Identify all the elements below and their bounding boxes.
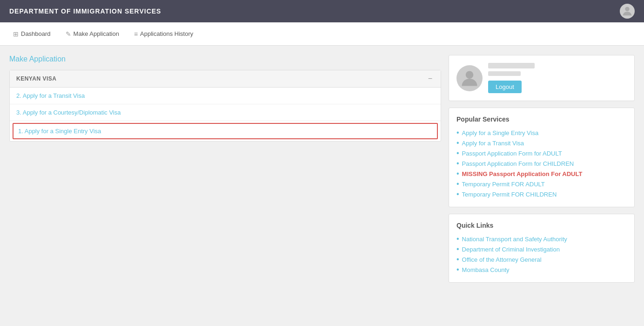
single-entry-visa-link[interactable]: 1. Apply for a Single Entry Visa [18,128,101,135]
popular-services-card: Popular Services Apply for a Single Entr… [449,108,635,207]
quick-links-title: Quick Links [456,222,627,229]
list-item-single-entry[interactable]: 1. Apply for a Single Entry Visa [13,123,438,139]
main-area: Make Application KENYAN VISA − 2. Apply … [9,55,441,142]
list-item: Temporary Permit FOR CHILDREN [456,189,627,199]
header: DEPARTMENT OF IMMIGRATION SERVICES [0,0,644,22]
list-item-transit[interactable]: 2. Apply for a Transit Visa [10,88,441,104]
popular-passport-children-link[interactable]: Passport Application Form for CHILDREN [462,160,574,167]
quick-link-ag[interactable]: Office of the Attorney General [462,256,542,263]
profile-name-placeholder [488,63,535,68]
popular-temp-adult-link[interactable]: Temporary Permit FOR ADULT [462,181,545,188]
profile-info: Logout [488,63,535,93]
popular-transit-link[interactable]: Apply for a Transit Visa [462,140,524,147]
quick-link-mombasa[interactable]: Mombasa County [462,266,510,273]
navbar: ⊞ Dashboard ✎ Make Application ≡ Applica… [0,22,644,46]
profile-avatar-icon [459,68,480,88]
page-title: Make Application [9,55,441,63]
nav-applications-history-label: Applications History [140,30,193,37]
quick-links-list: National Transport and Safety Authority … [456,234,627,275]
kenyan-visa-header: KENYAN VISA − [10,70,441,88]
popular-services-list: Apply for a Single Entry Visa Apply for … [456,128,627,199]
list-item-diplomatic[interactable]: 3. Apply for a Courtesy/Diplomatic Visa [10,104,441,121]
list-item: Passport Application Form for CHILDREN [456,158,627,169]
list-item: Apply for a Single Entry Visa [456,128,627,138]
profile-card: Logout [449,55,635,101]
avatar [620,4,635,19]
nav-dashboard-label: Dashboard [21,30,51,37]
sidebar: Logout Popular Services Apply for a Sing… [449,55,635,283]
quick-link-dci[interactable]: Department of Criminal Investigation [462,246,560,253]
svg-point-0 [625,7,629,11]
pencil-icon: ✎ [66,30,71,38]
popular-single-entry-link[interactable]: Apply for a Single Entry Visa [462,129,539,136]
list-item: Apply for a Transit Visa [456,138,627,148]
quick-link-ntsa[interactable]: National Transport and Safety Authority [462,236,567,243]
popular-missing-passport-link[interactable]: MISSING Passport Application For ADULT [462,170,583,177]
user-avatar-icon [621,5,634,18]
page-content: Make Application KENYAN VISA − 2. Apply … [0,46,644,292]
list-item: MISSING Passport Application For ADULT [456,169,627,179]
list-item: Passport Application Form for ADULT [456,148,627,158]
nav-dashboard[interactable]: ⊞ Dashboard [7,27,56,41]
kenyan-visa-title: KENYAN VISA [16,75,56,82]
list-item: Mombasa County [456,265,627,275]
list-item: Temporary Permit FOR ADULT [456,179,627,189]
popular-services-title: Popular Services [456,115,627,123]
list-item: Office of the Attorney General [456,254,627,265]
collapse-button[interactable]: − [426,75,434,82]
kenyan-visa-card: KENYAN VISA − 2. Apply for a Transit Vis… [9,70,441,142]
diplomatic-visa-link[interactable]: 3. Apply for a Courtesy/Diplomatic Visa [16,109,121,116]
popular-temp-children-link[interactable]: Temporary Permit FOR CHILDREN [462,191,557,198]
list-item: Department of Criminal Investigation [456,244,627,254]
transit-visa-link[interactable]: 2. Apply for a Transit Visa [16,92,85,99]
svg-point-1 [466,71,474,79]
dashboard-icon: ⊞ [13,30,19,38]
site-title: DEPARTMENT OF IMMIGRATION SERVICES [9,7,161,15]
profile-avatar [456,65,483,91]
nav-applications-history[interactable]: ≡ Applications History [128,27,199,41]
list-icon: ≡ [134,30,138,38]
nav-make-application[interactable]: ✎ Make Application [60,27,125,41]
logout-button[interactable]: Logout [488,81,522,93]
nav-make-application-label: Make Application [74,30,119,37]
profile-sub-placeholder [488,71,521,76]
list-item: National Transport and Safety Authority [456,234,627,244]
quick-links-card: Quick Links National Transport and Safet… [449,214,635,283]
popular-passport-adult-link[interactable]: Passport Application Form for ADULT [462,150,562,157]
